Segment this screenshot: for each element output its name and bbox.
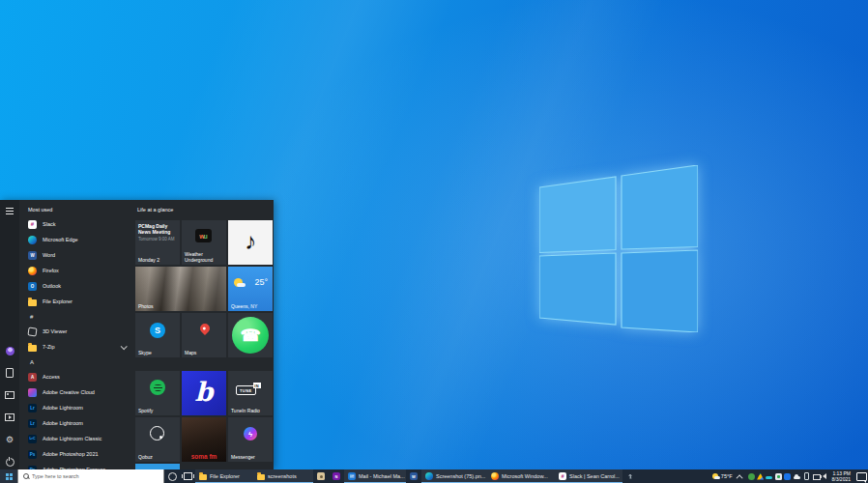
your-phone-icon[interactable] [804,472,809,480]
taskbar-onenote[interactable] [329,469,344,483]
taskbar-file-explorer[interactable]: File Explorer [195,469,253,483]
section-header-a[interactable]: A [23,355,133,369]
gear-icon: ⚙ [6,436,14,444]
app-item-adobe-lightroom-classic[interactable]: Adobe Lightroom Classic [23,431,133,446]
app-item-slack[interactable]: Slack [23,216,133,232]
tile-calendar[interactable]: PCMag Daily News Meeting Tomorrow 9:00 A… [135,220,180,265]
start-button[interactable] [0,469,17,483]
sun-cloud-icon [234,278,243,287]
taskbar-mail[interactable]: Mail - Michael Ma... [344,469,406,483]
action-center-button[interactable] [854,469,868,483]
lightroom-icon [28,419,37,428]
taskbar-lock-app[interactable] [313,469,329,483]
taskbar-firefox[interactable]: Microsoft Window... [487,469,555,483]
app-item-label: Adobe Photoshop 2021 [43,451,99,457]
search-icon [23,473,29,479]
google-drive-icon[interactable] [757,473,764,480]
taskbar-button-label: Mail - Michael Ma... [359,473,405,479]
music-note-icon: ♪ [245,230,256,253]
taskbar-edge[interactable]: Screenshot (75).pn... [421,469,487,483]
tile-whatsapp[interactable]: ☎ [228,313,273,357]
volume-icon[interactable] [823,473,826,479]
app-item-label: Word [43,252,55,258]
tile-tunein[interactable]: TUNE IN TuneIn Radio [228,371,273,415]
most-used-header: Most used [28,207,133,213]
windows-desktop: ⚙ Most used Slack Microsoft Edge Word Fi… [0,0,868,483]
app-list: Most used Slack Microsoft Edge Word Fire… [19,200,133,469]
tile-qobuz[interactable]: Qobuz [135,417,180,462]
system-tray: 75°F 1:13 PM 8/3/2021 [709,469,868,483]
onedrive-icon[interactable] [794,476,800,480]
taskbar-search[interactable] [17,469,164,483]
photoshop-icon [28,450,37,459]
taskbar-screenshots-folder[interactable]: screenshots [253,469,313,483]
app-item-label: Adobe Creative Cloud [43,389,95,395]
tray-green-icon[interactable] [748,473,755,480]
app-item-label: 7-Zip [43,344,55,350]
taskbar-misc-app[interactable] [622,469,636,483]
app-item-adobe-photoshop-express[interactable]: Adobe Photoshop Express [23,462,133,469]
task-view-button[interactable] [180,469,195,483]
app-item-outlook[interactable]: Outlook [23,278,133,294]
onenote-icon [333,472,340,480]
tile-maps[interactable]: Maps [182,313,226,357]
rail-bottom-buttons: ⚙ [0,346,19,467]
app-item-adobe-creative-cloud[interactable]: Adobe Creative Cloud [23,384,133,400]
map-pin-icon [198,322,212,335]
access-icon [28,373,37,382]
clock[interactable]: 1:13 PM 8/3/2021 [832,470,851,482]
spotify-icon [150,380,165,395]
slack-icon [28,220,37,229]
hidden-icons-chevron[interactable] [736,474,742,481]
tile-photos[interactable]: Photos [135,267,226,311]
calendar-event-title: PCMag Daily News Meeting [138,223,177,236]
app-item-7zip[interactable]: 7-Zip [23,339,133,355]
bluetooth-icon[interactable] [784,473,791,480]
taskbar: File Explorer screenshots Mail - Michael… [0,469,868,483]
tray-teal-icon[interactable] [766,476,772,479]
tile-weather-underground[interactable]: Weather Underground [182,220,226,265]
tile-weather[interactable]: 25° Queens, NY [228,267,273,311]
app-item-microsoft-edge[interactable]: Microsoft Edge [23,232,133,247]
search-input[interactable] [32,473,138,479]
expand-menu-icon[interactable] [6,208,14,214]
app-item-label: Adobe Lightroom Classic [43,436,101,441]
weather-widget[interactable]: 75°F [709,469,736,483]
documents-button[interactable] [4,368,15,378]
windows-start-icon [6,473,13,480]
slack-icon [559,472,566,480]
tile-spotify[interactable]: Spotify [135,371,180,415]
tile-group-header[interactable]: Life at a glance [137,207,173,213]
app-item-adobe-lightroom-2[interactable]: Adobe Lightroom [23,415,133,431]
pictures-button[interactable] [4,390,15,400]
app-item-label: Access [43,374,60,380]
app-item-file-explorer[interactable]: File Explorer [23,294,133,309]
app-item-word[interactable]: Word [23,247,133,263]
app-item-3d-viewer[interactable]: 3D Viewer [23,324,133,339]
app-item-access[interactable]: Access [23,369,133,384]
section-header-hash[interactable]: # [23,309,133,324]
settings-button[interactable]: ⚙ [4,435,15,444]
tile-label: Photos [138,303,154,309]
screen-share-icon[interactable] [775,473,782,480]
videos-button[interactable] [4,412,15,422]
app-item-label: 3D Viewer [43,328,67,334]
tile-b-app[interactable]: b [182,371,226,415]
user-account-button[interactable] [4,346,15,355]
app-item-firefox[interactable]: Firefox [23,263,133,278]
taskbar-word[interactable] [406,469,421,483]
tile-label: Qobuz [138,454,153,460]
tile-messenger[interactable]: ϟ Messenger [228,417,273,462]
cortana-button[interactable] [164,469,180,483]
unknown-app-icon [626,472,634,480]
tile-skype[interactable]: S Skype [135,313,180,357]
power-button[interactable] [4,457,15,467]
app-item-adobe-lightroom[interactable]: Adobe Lightroom [23,400,133,415]
app-item-label: Slack [43,221,55,227]
mail-icon [348,472,356,480]
word-icon [410,472,418,480]
taskbar-slack[interactable]: Slack | Sean Carrol... [555,469,622,483]
tile-somafm[interactable]: soma fm [182,417,226,462]
app-item-adobe-photoshop-2021[interactable]: Adobe Photoshop 2021 [23,446,133,462]
tile-groove-music[interactable]: ♪ [228,220,273,265]
